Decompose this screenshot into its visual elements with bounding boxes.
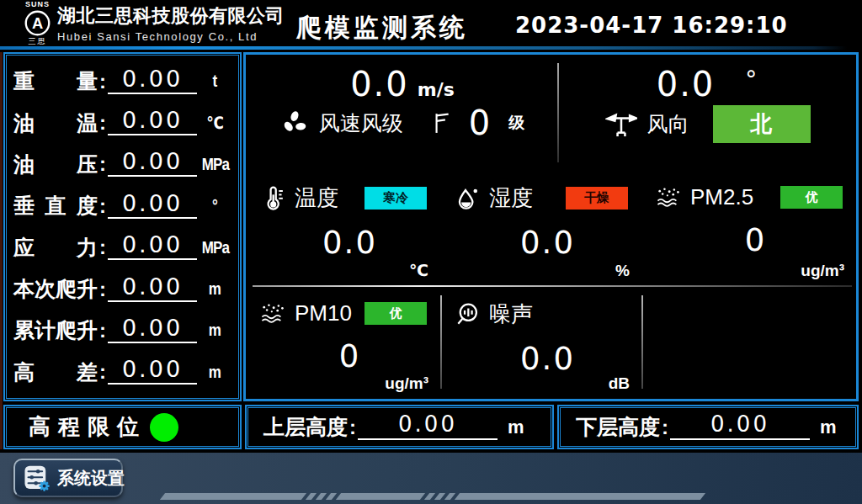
- wind-speed-section: 0.0m/s 风速风级: [246, 55, 559, 170]
- metric-value: 0.00: [108, 356, 197, 385]
- metric-value: 0.00: [108, 231, 197, 260]
- wind-direction-value-line: 0.0°: [559, 65, 856, 103]
- sensor-value: 0.0: [454, 341, 641, 377]
- sensor-unit: %: [615, 262, 630, 280]
- lower-height-label: 下层高度: [576, 413, 660, 441]
- metric-value: 0.00: [108, 190, 197, 219]
- settings-sliders-icon: [23, 464, 51, 492]
- grid-divider-horizontal: [253, 285, 852, 287]
- sensor-unit: ug/m³: [801, 262, 844, 280]
- colon: :: [99, 236, 106, 259]
- sensor-value: 0: [259, 338, 440, 374]
- sensor-label: 噪声: [489, 300, 533, 329]
- metric-value: 0.00: [108, 273, 197, 302]
- colon: :: [99, 360, 106, 384]
- metric-label: 重量: [13, 67, 98, 95]
- metric-row-oil-temp: 油温: 0.00 ℃: [13, 102, 230, 143]
- colon: :: [99, 152, 106, 176]
- datetime-display: 2023-04-17 16:29:10: [515, 13, 788, 38]
- wind-speed-label: 风速风级: [319, 109, 403, 137]
- sensor-header: PM10 优: [259, 300, 440, 326]
- sensor-header: PM2.5 优: [655, 183, 856, 210]
- metric-value: 0.00: [108, 107, 197, 135]
- metric-value: 0.00: [108, 148, 197, 177]
- metric-value: 0.00: [108, 66, 197, 94]
- upper-height-unit: m: [508, 416, 524, 438]
- sensor-header: 温度 寒冷: [259, 183, 440, 213]
- sensor-unit: dB: [609, 374, 630, 393]
- climbing-formwork-monitor-screen: SUNS A 三思 湖北三思科技股份有限公司 Hubei Sansi Techn…: [0, 0, 862, 504]
- colon: :: [99, 194, 106, 218]
- left-edge-strip: [0, 52, 3, 449]
- metric-label: 油温: [13, 109, 98, 137]
- wind-vane-icon: [605, 110, 637, 138]
- page-title: 爬模监测系统: [296, 11, 468, 45]
- metric-label: 油压: [13, 151, 98, 178]
- metric-label: 本次爬升: [13, 275, 98, 303]
- particles-icon: [655, 183, 682, 210]
- sensor-grid: 温度 寒冷 0.0 ℃ 湿度 干燥 0.0 %: [246, 170, 856, 399]
- metrics-panel: 重量: 0.00 t 油温: 0.00 ℃ 油压: 0.00 MPa 垂直度: …: [3, 52, 242, 401]
- sensor-label: 温度: [295, 183, 338, 213]
- metric-unit: °: [202, 196, 228, 215]
- colon: :: [99, 111, 106, 135]
- wind-row: 0.0m/s 风速风级: [246, 55, 856, 170]
- metric-unit: MPa: [202, 238, 228, 257]
- wind-direction-line: 风向 北: [559, 105, 856, 143]
- wind-level-flag-icon: [430, 110, 452, 135]
- metric-row-height-diff: 高差: 0.00 m: [13, 352, 230, 393]
- colon: :: [349, 416, 356, 439]
- status-badge: 干燥: [566, 187, 628, 210]
- metric-row-stress: 应力: 0.00 MPa: [13, 227, 230, 268]
- upper-height-label: 上层高度: [263, 413, 348, 441]
- sensor-cell-pm25: PM2.5 优 0 ug/m³: [641, 170, 856, 286]
- sensor-cell-pm10: PM10 优 0 ug/m³: [246, 286, 440, 399]
- grid-divider-vertical: [641, 295, 643, 389]
- sensor-value: 0.0: [259, 225, 440, 261]
- fan-icon: [280, 109, 309, 137]
- metric-label: 应力: [13, 234, 98, 262]
- metric-row-weight: 重量: 0.00 t: [13, 61, 230, 102]
- sensor-label: PM2.5: [690, 184, 753, 210]
- elevation-limit-indicator: [150, 413, 178, 442]
- metric-value: 0.00: [108, 315, 197, 343]
- colon: :: [99, 70, 106, 93]
- colon: :: [99, 319, 106, 342]
- metric-unit: MPa: [202, 155, 228, 174]
- sensor-value: 0: [655, 222, 856, 258]
- metric-row-verticality: 垂直度: 0.00 °: [13, 185, 230, 226]
- metric-label: 累计爬升: [13, 316, 98, 344]
- metric-unit: m: [202, 279, 228, 299]
- wind-level-value: 0: [469, 103, 490, 142]
- upper-height-value: 0.00: [358, 411, 498, 440]
- elevation-limit-box: 高程限位: [3, 405, 242, 449]
- metric-unit: m: [202, 363, 228, 382]
- sensor-label: PM10: [295, 300, 352, 326]
- wind-speed-value-line: 0.0m/s: [246, 65, 559, 103]
- sensor-label: 湿度: [489, 183, 533, 213]
- metric-unit: m: [202, 321, 228, 340]
- header-divider-line: [0, 46, 847, 50]
- taskbar: [0, 453, 862, 504]
- metric-unit: t: [202, 72, 228, 91]
- sensor-unit: ug/m³: [385, 374, 428, 393]
- status-badge: 寒冷: [364, 187, 427, 210]
- sensor-header: 湿度 干燥: [454, 183, 641, 213]
- sensor-cell-empty: [641, 286, 856, 399]
- lower-height-value: 0.00: [670, 411, 810, 440]
- sensor-value: 0.0: [454, 225, 641, 261]
- thermometer-icon: [259, 185, 286, 212]
- system-settings-button[interactable]: 系统设置: [13, 459, 123, 497]
- sensor-header: 噪声: [454, 300, 641, 329]
- colon: :: [662, 416, 668, 439]
- company-name-cn: 湖北三思科技股份有限公司: [57, 3, 285, 29]
- elevation-limit-label: 高程限位: [29, 412, 146, 442]
- sensor-cell-noise: 噪声 0.0 dB: [440, 286, 641, 399]
- settings-button-label: 系统设置: [57, 467, 125, 490]
- grid-divider-vertical: [440, 295, 442, 389]
- sensor-cell-temperature: 温度 寒冷 0.0 ℃: [246, 170, 440, 286]
- metric-row-current-climb: 本次爬升: 0.00 m: [13, 268, 230, 310]
- lower-height-box: 下层高度: 0.00 m: [557, 405, 859, 449]
- metric-row-oil-pressure: 油压: 0.00 MPa: [13, 144, 230, 185]
- metric-label: 垂直度: [13, 192, 98, 220]
